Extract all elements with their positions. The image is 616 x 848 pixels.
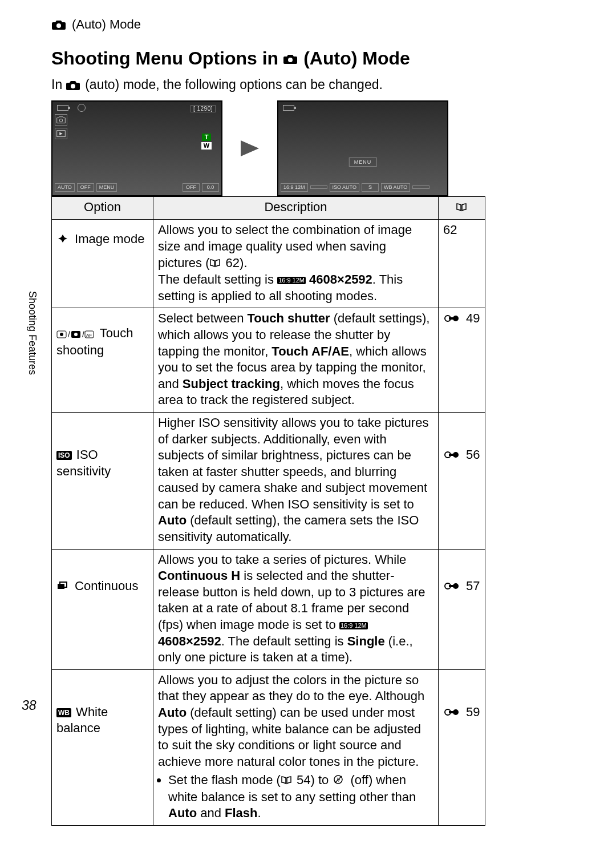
svg-point-9 [74, 333, 78, 336]
intro-text: In (auto) mode, the following options ca… [0, 75, 616, 100]
reference-cell: 49 [439, 308, 485, 413]
desc-text: Higher ISO sensitivity allows you to tak… [158, 415, 428, 544]
menu-button: MENU [96, 183, 117, 192]
lcd-screen-menu: MENU 16:9 12M ISO AUTO S WB AUTO [277, 100, 448, 196]
camera-icon [51, 19, 66, 30]
reference-page: 49 [463, 311, 480, 325]
breadcrumb: (Auto) Mode [0, 17, 616, 42]
reference-link-icon [443, 705, 460, 721]
page: (Auto) Mode Shooting Menu Options in (Au… [0, 0, 616, 848]
table-header-row: Option Description [52, 197, 485, 220]
list-item: Set the flash mode ( 54) to (off) when w… [168, 772, 433, 822]
option-cell: WB White balance [52, 669, 153, 825]
flash-off-icon [332, 773, 345, 789]
reference-cell: 62 [439, 220, 485, 308]
section-tab: Shooting Features [26, 291, 38, 375]
menu-tab-icon: MENU [349, 158, 377, 167]
table-row: / / AF Touch shooting Select between Tou… [52, 308, 485, 413]
self-timer-off-icon: OFF [77, 183, 94, 192]
white-balance-icon: WB AUTO [381, 183, 410, 192]
touch-shooting-icon [310, 185, 327, 189]
bullet-list: Set the flash mode ( 54) to (off) when w… [168, 772, 433, 822]
image-mode-icon: 16:9 12M [281, 183, 308, 192]
desc-text: 4608×2592 [306, 272, 372, 286]
desc-text: Allows you to adjust the colors in the p… [158, 673, 424, 769]
shooting-mode-icon [55, 114, 67, 126]
reference-page: 59 [463, 705, 480, 719]
title-suffix: (Auto) Mode [303, 48, 410, 69]
description-cell: Higher ISO sensitivity allows you to tak… [153, 412, 439, 549]
svg-text:/: / [82, 330, 84, 339]
book-icon [456, 200, 468, 216]
description-cell: Allows you to take a series of pictures.… [153, 549, 439, 669]
option-cell: Continuous [52, 549, 153, 669]
macro-off-icon: OFF [183, 183, 200, 192]
table-row: Continuous Allows you to take a series o… [52, 549, 485, 669]
zoom-wide-icon: W [201, 142, 212, 150]
zoom-rocker: T W [200, 134, 213, 150]
reference-cell: 56 [439, 412, 485, 549]
lcd-bottom-bar: 16:9 12M ISO AUTO S WB AUTO [278, 179, 447, 195]
svg-point-6 [60, 333, 63, 336]
reference-link-icon [443, 447, 460, 464]
reference-cell: 59 [439, 669, 485, 825]
svg-point-28 [453, 709, 459, 715]
svg-point-2 [71, 84, 75, 88]
svg-point-1 [288, 58, 293, 62]
reference-link-icon [443, 579, 460, 595]
table-row: Image mode Allows you to select the comb… [52, 220, 485, 308]
table-row: ISO ISO sensitivity Higher ISO sensitivi… [52, 412, 485, 549]
desc-text: . [258, 806, 261, 820]
intro-suffix: (auto) mode, the following options can b… [85, 77, 383, 92]
setup-icon [412, 185, 429, 189]
svg-point-15 [453, 316, 459, 321]
battery-icon [283, 105, 294, 111]
intro-prefix: In [51, 77, 62, 92]
camera-icon [66, 79, 80, 91]
svg-rect-19 [58, 584, 64, 589]
desc-text: Flash [225, 806, 257, 820]
self-timer-icon [78, 104, 86, 112]
touch-shooting-icon: / / AF [56, 326, 94, 342]
playback-mode-icon [55, 128, 67, 139]
flash-auto-icon: AUTO [55, 183, 75, 192]
desc-text: Auto [168, 806, 197, 820]
iso-icon: ISO AUTO [330, 183, 359, 192]
iso-icon: ISO [56, 451, 72, 460]
reference-page: 56 [463, 447, 480, 462]
white-balance-icon: WB [56, 708, 71, 717]
svg-text:AF: AF [86, 333, 92, 338]
desc-text: 62). [222, 256, 247, 270]
desc-text: The default setting is [158, 272, 277, 286]
option-cell: ISO ISO sensitivity [52, 412, 153, 549]
reference-cell: 57 [439, 549, 485, 669]
page-title: Shooting Menu Options in (Auto) Mode [0, 42, 616, 75]
image-mode-chip-icon: 16:9 12M [339, 622, 368, 629]
description-cell: Allows you to select the combination of … [153, 220, 439, 308]
book-icon [281, 773, 293, 789]
camera-icon [283, 53, 298, 64]
svg-text:/: / [68, 330, 70, 339]
continuous-icon [56, 579, 69, 595]
svg-point-18 [453, 452, 459, 458]
desc-text: Set the flash mode ( [168, 773, 281, 787]
option-cell: Image mode [52, 220, 153, 308]
svg-point-23 [453, 583, 459, 589]
exposure-comp-icon: 0.0 [202, 183, 219, 192]
desc-text: Allows you to select the combination of … [158, 223, 412, 269]
book-icon [209, 256, 222, 272]
lcd-bottom-bar: AUTO OFF MENU OFF 0.0 [52, 179, 221, 195]
option-label: Image mode [71, 232, 144, 246]
reference-page: 57 [463, 579, 480, 593]
battery-icon [57, 105, 68, 111]
mode-icon-stack [55, 114, 67, 139]
title-prefix: Shooting Menu Options in [51, 48, 278, 69]
illustration-row: [ 1290] T W AUTO OFF MENU OFF 0.0 [0, 100, 616, 196]
page-number: 38 [22, 698, 37, 713]
shots-remaining: [ 1290] [191, 105, 216, 112]
desc-text: 54) to [293, 773, 332, 787]
description-cell: Allows you to adjust the colors in the p… [153, 669, 439, 825]
breadcrumb-label: (Auto) Mode [72, 17, 141, 32]
desc-text: Select between Touch shutter (default se… [158, 311, 429, 407]
desc-text: 4608×2592 [158, 634, 221, 648]
